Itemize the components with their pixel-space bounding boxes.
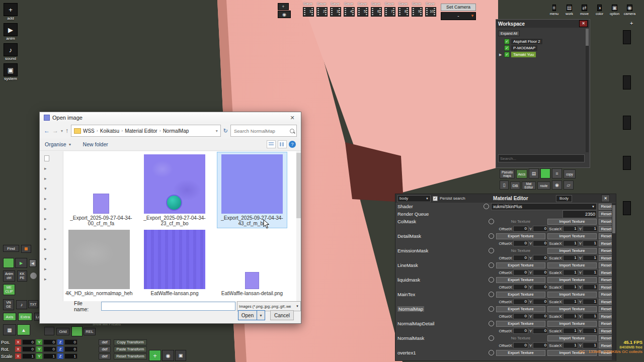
- anim-ctrl-button[interactable]: Animctrl: [3, 270, 15, 282]
- camera-select-dropdown[interactable]: - ▼: [441, 12, 476, 20]
- radio-button[interactable]: [489, 350, 494, 355]
- offset-x-field[interactable]: 0: [513, 284, 528, 290]
- breadcrumb[interactable]: WSS› Koikatsu› Material Editor› NormalMa…: [71, 125, 221, 137]
- file-type-dropdown[interactable]: Images (*.png;.jpg;.png;.gif;.we ▼: [237, 301, 301, 311]
- radio-button[interactable]: [489, 292, 494, 297]
- tree-item[interactable]: ▶ ✓ Tamaki Yuu: [496, 51, 590, 58]
- save-slot[interactable]: Save10: [425, 2, 435, 17]
- file-thumbnail[interactable]: [93, 194, 109, 214]
- vn-ge-button[interactable]: VNGE: [3, 299, 14, 310]
- tree-expander-icon[interactable]: ▸: [40, 244, 63, 254]
- paste-transform-button[interactable]: Paste Transform: [114, 346, 147, 352]
- scale-x-field[interactable]: 1: [563, 299, 578, 305]
- sliders-icon[interactable]: ≡: [552, 168, 562, 178]
- scale-y-field[interactable]: 1: [583, 269, 598, 276]
- green-swatch-icon[interactable]: [540, 168, 550, 178]
- tree-item-label[interactable]: P-MODMAP: [511, 45, 537, 51]
- film-strip-icon[interactable]: 8: [398, 7, 409, 17]
- radio-button[interactable]: [489, 321, 494, 326]
- tree-expander-icon[interactable]: ▸: [40, 194, 63, 204]
- speaker-icon[interactable]: ♪: [16, 300, 27, 309]
- save-slot[interactable]: Save4: [344, 2, 354, 17]
- add-slot-button[interactable]: +: [278, 3, 289, 10]
- visibility-toggle-button[interactable]: ◉: [278, 11, 291, 18]
- route-button[interactable]: route: [537, 182, 550, 190]
- file-thumbnail[interactable]: [68, 230, 130, 289]
- reset-transform-button[interactable]: Reset Transform: [114, 353, 147, 359]
- dock-plus-icon[interactable]: +: [630, 20, 633, 26]
- render-queue-field[interactable]: [562, 210, 597, 218]
- radio-button[interactable]: [489, 277, 494, 283]
- radio-button[interactable]: [489, 219, 494, 224]
- side-strip-button[interactable]: [623, 75, 631, 89]
- aecs-button[interactable]: Aecs: [516, 169, 527, 178]
- anim-button[interactable]: ▶ anim: [2, 23, 19, 41]
- add-button[interactable]: + add: [2, 3, 19, 21]
- import-texture-button[interactable]: Import Texture: [547, 248, 597, 254]
- offset-x-field[interactable]: 0: [513, 328, 528, 334]
- scale-y-field[interactable]: 1: [583, 313, 598, 319]
- tree-expander-icon[interactable]: ▶: [499, 53, 503, 57]
- scale-y-field[interactable]: 1: [583, 240, 598, 246]
- pos-y-field[interactable]: 0: [43, 339, 56, 345]
- rot-y-field[interactable]: 0: [43, 346, 56, 352]
- persist-search-checkbox[interactable]: ✓: [433, 196, 438, 201]
- offset-y-field[interactable]: 0: [533, 299, 548, 305]
- tree-expander-icon[interactable]: ▾: [40, 254, 63, 264]
- fullscreen-icon[interactable]: ▣: [175, 350, 186, 361]
- collapse-icon[interactable]: ◀: [29, 259, 36, 267]
- export-texture-button[interactable]: Export Texture: [496, 350, 545, 356]
- offset-x-field[interactable]: 0: [513, 226, 528, 232]
- save-slot[interactable]: Save6: [371, 2, 381, 17]
- file-item[interactable]: EatWaffle-lansan.png: [140, 228, 209, 301]
- me-clip-button[interactable]: MECLIP: [3, 284, 15, 295]
- play-tool-icon[interactable]: ▶: [15, 258, 27, 268]
- checkbox-checked-icon[interactable]: ✓: [504, 45, 510, 51]
- view-thumbnails-icon[interactable]: [278, 140, 287, 148]
- file-item[interactable]: _Export_2025-09-27-04-34-23_cf_m_body_No…: [140, 152, 209, 228]
- rel-button[interactable]: REL: [84, 328, 96, 335]
- film-strip-icon[interactable]: 4: [344, 7, 355, 17]
- file-item[interactable]: EatWaffle-lansan-detail.png: [217, 228, 287, 301]
- expand-all-button[interactable]: Expand All: [498, 31, 520, 36]
- organise-button[interactable]: Organise: [45, 141, 66, 147]
- tool-icon[interactable]: [44, 327, 54, 335]
- file-thumbnail[interactable]: [144, 230, 205, 289]
- scale-x-field[interactable]: 1: [22, 353, 35, 359]
- dialog-titlebar[interactable]: Open image ✕: [40, 112, 301, 123]
- scale-y-field[interactable]: 1: [583, 284, 598, 290]
- export-texture-button[interactable]: Export Texture: [496, 321, 545, 327]
- tree-expander-icon[interactable]: ▾: [40, 184, 63, 194]
- side-strip-button[interactable]: [623, 116, 631, 130]
- chevron-down-icon[interactable]: ▾: [216, 129, 218, 133]
- import-texture-button[interactable]: Import Texture: [547, 306, 597, 312]
- close-icon[interactable]: ✕: [579, 20, 588, 27]
- txt-button[interactable]: TXT: [28, 300, 38, 308]
- copy-button[interactable]: copy: [564, 169, 576, 178]
- save-slot[interactable]: Save5: [357, 2, 367, 17]
- scale-x-field[interactable]: 1: [563, 284, 578, 290]
- copy-transform-button[interactable]: Copy Transform: [114, 339, 147, 345]
- export-texture-button[interactable]: Export Texture: [496, 277, 545, 283]
- side-strip-button[interactable]: [623, 201, 631, 215]
- import-texture-button[interactable]: Import Texture: [547, 321, 597, 327]
- scale-x-field[interactable]: 1: [563, 255, 578, 261]
- scale-x-field[interactable]: 1: [563, 226, 578, 232]
- film-strip-icon[interactable]: 3: [330, 7, 341, 17]
- add-green-button[interactable]: +: [149, 350, 161, 361]
- offset-x-field[interactable]: 0: [513, 313, 528, 319]
- set-camera-button[interactable]: Set Camera: [441, 4, 476, 11]
- film-strip-icon[interactable]: 1: [303, 7, 314, 17]
- export-texture-button[interactable]: Export Texture: [496, 262, 545, 268]
- import-texture-button[interactable]: Import Texture: [547, 292, 597, 298]
- pos-z-field[interactable]: 0: [64, 339, 77, 345]
- file-list-scrollbar[interactable]: [296, 151, 301, 301]
- shader-dropdown[interactable]: xukmi/SkinPlus ▼: [491, 203, 597, 210]
- scale-y-field[interactable]: 1: [583, 328, 598, 334]
- scale-x-field[interactable]: 1: [563, 328, 578, 334]
- file-item[interactable]: 4K_HD_skin_normalmap_hehe.png: [64, 228, 134, 301]
- open-button[interactable]: Open: [238, 310, 257, 320]
- offset-y-field[interactable]: 0: [533, 255, 548, 261]
- side-strip-button[interactable]: [623, 156, 631, 170]
- offset-y-field[interactable]: 0: [533, 313, 548, 319]
